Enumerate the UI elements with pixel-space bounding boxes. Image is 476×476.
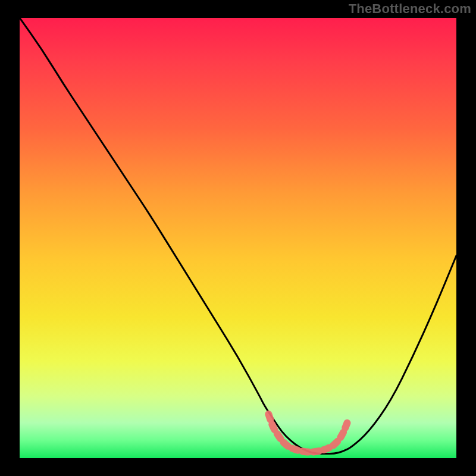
bottleneck-curve	[20, 18, 456, 454]
sweet-spot-band	[268, 414, 347, 452]
watermark-text: TheBottleneck.com	[349, 1, 471, 17]
curve-svg	[20, 18, 456, 458]
chart-frame: TheBottleneck.com	[0, 0, 476, 476]
plot-area	[20, 18, 456, 458]
